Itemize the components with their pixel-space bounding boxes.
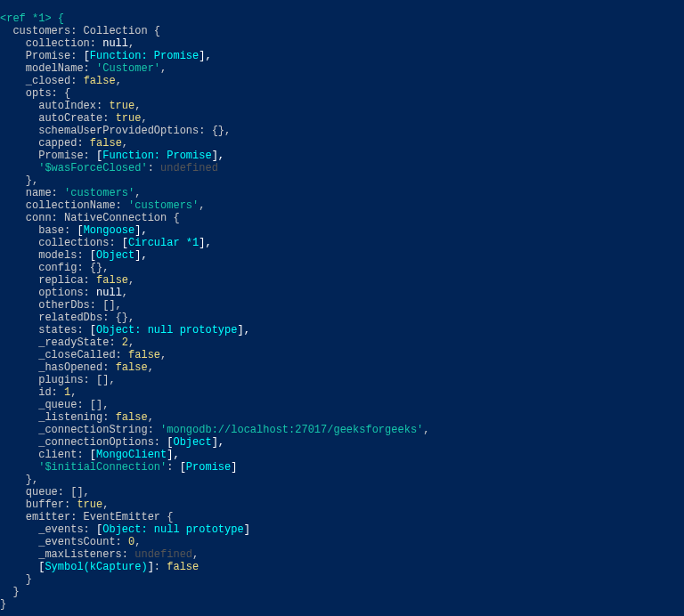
line: _closeCalled: false, [0,349,167,361]
line: Promise: [Function: Promise], [0,150,224,162]
line: _eventsCount: 0, [0,536,141,548]
terminal-output: <ref *1> { customers: Collection { colle… [0,0,684,611]
line: _events: [Object: null prototype] [0,523,250,536]
line: autoIndex: true, [0,100,141,112]
line: customers: Collection { [0,25,160,37]
line: '$wasForceClosed': undefined [0,162,218,174]
line: options: null, [0,287,128,299]
line: states: [Object: null prototype], [0,324,250,336]
line: <ref *1> { [0,12,64,25]
line: collections: [Circular *1], [0,237,212,249]
line: autoCreate: true, [0,112,148,125]
line: _readyState: 2, [0,336,134,349]
line: _maxListeners: undefined, [0,548,199,561]
line: plugins: [], [0,374,116,386]
line: replica: false, [0,274,134,287]
line: buffer: true, [0,498,109,511]
line: relatedDbs: {}, [0,312,134,324]
line: name: 'customers', [0,187,141,199]
line: '$initialConnection': [Promise] [0,461,237,474]
line: id: 1, [0,386,77,399]
line: _queue: [], [0,399,109,411]
line: Promise: [Function: Promise], [0,50,212,62]
line: } [0,573,32,586]
line: opts: { [0,87,70,100]
line: config: {}, [0,262,109,274]
line: collection: null, [0,37,134,50]
line: }, [0,474,38,486]
line: base: [Mongoose], [0,224,148,237]
line: _connectionString: 'mongodb://localhost:… [0,424,429,436]
line: [Symbol(kCapture)]: false [0,561,199,573]
line: schemaUserProvidedOptions: {}, [0,125,231,137]
line: _hasOpened: false, [0,361,154,374]
line: _listening: false, [0,411,154,424]
line: _closed: false, [0,75,122,87]
line: modelName: 'Customer', [0,62,167,75]
line: emitter: EventEmitter { [0,511,173,523]
line: otherDbs: [], [0,299,122,312]
line: models: [Object], [0,249,148,262]
line: _connectionOptions: [Object], [0,436,224,449]
line: conn: NativeConnection { [0,212,180,224]
line: capped: false, [0,137,128,150]
line: } [0,598,6,611]
line: collectionName: 'customers', [0,199,205,212]
line: client: [MongoClient], [0,449,180,461]
line: queue: [], [0,486,90,498]
line: } [0,586,20,598]
line: }, [0,174,38,187]
